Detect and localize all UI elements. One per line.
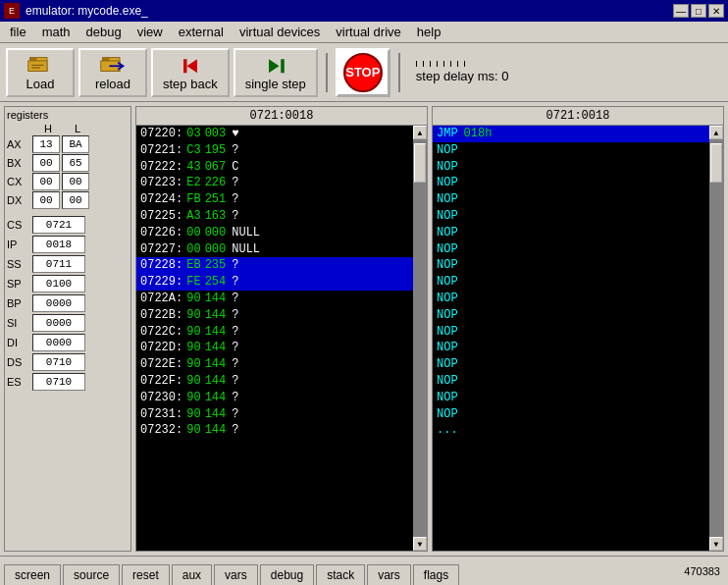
reg-bx-l[interactable]: 65 <box>62 154 89 172</box>
mem-line-18[interactable]: 07232:90144? <box>136 422 413 439</box>
minimize-button[interactable]: — <box>673 4 689 18</box>
reg-bp-val[interactable]: 0000 <box>32 294 85 312</box>
tab-source[interactable]: source <box>63 564 120 585</box>
disasm-line-15[interactable]: NOP <box>433 373 709 390</box>
tab-aux[interactable]: aux <box>172 564 212 585</box>
mem-line-11[interactable]: 0722B:90144? <box>136 307 413 324</box>
memory-panel-content: 07220:03003♥07221:C3195?07222:43067C0722… <box>136 126 427 551</box>
menu-item-external[interactable]: external <box>171 23 232 41</box>
mem-line-13[interactable]: 0722D:90144? <box>136 340 413 356</box>
menu-item-virtual-devices[interactable]: virtual devices <box>232 23 328 41</box>
reload-button[interactable]: reload <box>78 48 147 97</box>
mem-line-2[interactable]: 07222:43067C <box>136 159 413 176</box>
mem-line-14[interactable]: 0722E:90144? <box>136 356 413 373</box>
stop-button[interactable]: STOP <box>336 48 390 97</box>
stepback-button[interactable]: step back <box>151 48 230 97</box>
reg-dx-l[interactable]: 00 <box>62 191 89 209</box>
memory-scroll[interactable]: 07220:03003♥07221:C3195?07222:43067C0722… <box>136 126 413 551</box>
mem-scroll-thumb[interactable] <box>414 143 426 183</box>
menu-item-help[interactable]: help <box>409 23 449 41</box>
maximize-button[interactable]: □ <box>691 4 706 18</box>
toolbar-separator-2 <box>398 53 400 92</box>
disasm-line-1[interactable]: NOP <box>433 142 709 159</box>
mem-line-6[interactable]: 07226:00000NULL <box>136 225 413 241</box>
disasm-scroll-up[interactable]: ▲ <box>709 126 723 139</box>
disasm-scroll-thumb[interactable] <box>710 143 722 183</box>
reg-bx-h[interactable]: 00 <box>32 154 60 172</box>
menu-item-math[interactable]: math <box>34 23 78 41</box>
load-button[interactable]: Load <box>6 48 75 97</box>
mem-hex2: 163 <box>205 208 227 225</box>
disasm-line-3[interactable]: NOP <box>433 175 709 191</box>
mem-line-3[interactable]: 07223:E2226? <box>136 175 413 191</box>
disasm-panel-content: JMP018hNOPNOPNOPNOPNOPNOPNOPNOPNOPNOPNOP… <box>433 126 723 551</box>
reg-di-val[interactable]: 0000 <box>32 334 85 351</box>
disasm-line-18[interactable]: ... <box>433 422 709 439</box>
reg-ax-h[interactable]: 13 <box>32 135 60 153</box>
mem-hex2: 000 <box>205 241 227 258</box>
reg-cx-h[interactable]: 00 <box>32 173 60 190</box>
reg-ip-val[interactable]: 0018 <box>32 236 85 253</box>
disasm-line-11[interactable]: NOP <box>433 307 709 324</box>
disasm-line-14[interactable]: NOP <box>433 356 709 373</box>
reg-cs-val[interactable]: 0721 <box>32 216 85 234</box>
tab-flags[interactable]: flags <box>413 564 459 585</box>
disasm-line-4[interactable]: NOP <box>433 191 709 208</box>
disasm-line-13[interactable]: NOP <box>433 340 709 356</box>
mem-line-4[interactable]: 07224:FB251? <box>136 191 413 208</box>
mem-line-10[interactable]: 0722A:90144? <box>136 291 413 307</box>
mem-line-17[interactable]: 07231:90144? <box>136 406 413 423</box>
tab-vars[interactable]: vars <box>367 564 411 585</box>
disasm-line-2[interactable]: NOP <box>433 159 709 176</box>
reg-ss-val[interactable]: 0711 <box>32 255 85 273</box>
tab-vars[interactable]: vars <box>214 564 258 585</box>
disasm-line-17[interactable]: NOP <box>433 406 709 423</box>
reg-ds-val[interactable]: 0710 <box>32 353 85 371</box>
disasm-line-9[interactable]: NOP <box>433 274 709 291</box>
reg-si-val[interactable]: 0000 <box>32 314 85 332</box>
mem-line-5[interactable]: 07225:A3163? <box>136 208 413 225</box>
menu-item-view[interactable]: view <box>130 23 171 41</box>
disasm-line-16[interactable]: NOP <box>433 390 709 406</box>
disasm-line-8[interactable]: NOP <box>433 257 709 274</box>
disasm-line-7[interactable]: NOP <box>433 241 709 258</box>
menu-item-virtual-drive[interactable]: virtual drive <box>328 23 408 41</box>
mem-line-15[interactable]: 0722F:90144? <box>136 373 413 390</box>
tab-screen[interactable]: screen <box>4 564 61 585</box>
disasm-scroll-track[interactable] <box>709 139 723 537</box>
tab-debug[interactable]: debug <box>260 564 314 585</box>
mem-scroll-up[interactable]: ▲ <box>413 126 427 139</box>
mem-line-8[interactable]: 07228:EB235? <box>136 257 413 274</box>
disasm-line-10[interactable]: NOP <box>433 291 709 307</box>
reg-dx-row: DX 00 00 <box>7 191 129 209</box>
mem-line-7[interactable]: 07227:00000NULL <box>136 241 413 258</box>
disasm-line-12[interactable]: NOP <box>433 324 709 341</box>
mem-line-1[interactable]: 07221:C3195? <box>136 142 413 159</box>
reg-ax-l[interactable]: BA <box>62 135 89 153</box>
mem-addr: 07230: <box>140 390 182 406</box>
mem-line-9[interactable]: 07229:FE254? <box>136 274 413 291</box>
disasm-line-6[interactable]: NOP <box>433 225 709 241</box>
disasm-scroll[interactable]: JMP018hNOPNOPNOPNOPNOPNOPNOPNOPNOPNOPNOP… <box>433 126 709 551</box>
svg-rect-2 <box>28 61 47 72</box>
disasm-scroll-down[interactable]: ▼ <box>709 537 723 551</box>
mem-line-16[interactable]: 07230:90144? <box>136 390 413 406</box>
disasm-line-5[interactable]: NOP <box>433 208 709 225</box>
disasm-line-0[interactable]: JMP018h <box>433 126 709 142</box>
svg-rect-1 <box>30 57 37 61</box>
mem-scroll-down[interactable]: ▼ <box>413 537 427 551</box>
reg-dx-h[interactable]: 00 <box>32 191 60 209</box>
mem-scroll-track[interactable] <box>413 139 427 537</box>
reg-sp-val[interactable]: 0100 <box>32 275 85 292</box>
menu-item-file[interactable]: file <box>2 23 34 41</box>
menu-item-debug[interactable]: debug <box>78 23 130 41</box>
mem-line-0[interactable]: 07220:03003♥ <box>136 126 413 142</box>
reg-es-val[interactable]: 0710 <box>32 373 85 391</box>
mem-line-12[interactable]: 0722C:90144? <box>136 324 413 341</box>
close-button[interactable]: ✕ <box>708 4 724 18</box>
tab-stack[interactable]: stack <box>316 564 365 585</box>
tab-reset[interactable]: reset <box>122 564 170 585</box>
reg-cx-l[interactable]: 00 <box>62 173 89 190</box>
singlestep-button[interactable]: single step <box>234 48 318 97</box>
mem-addr: 07232: <box>140 422 182 439</box>
